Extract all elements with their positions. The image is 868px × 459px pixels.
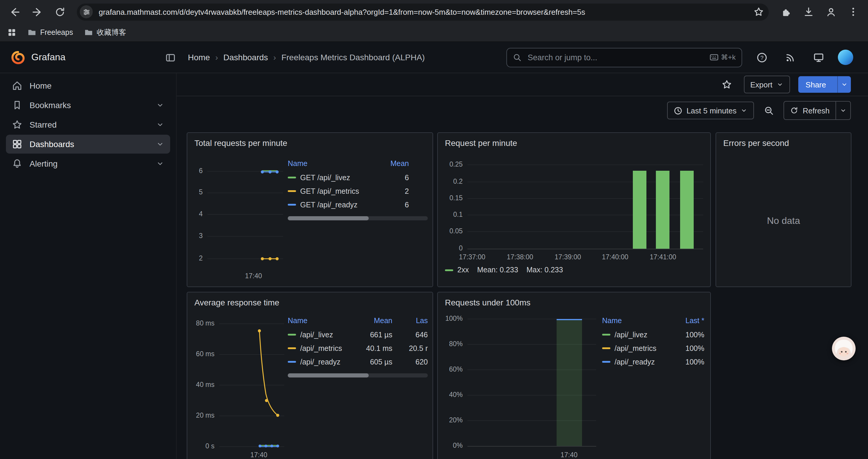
series-toggle[interactable]: /api/_livez (602, 330, 674, 339)
legend-row: GET /api/_metrics 2 (288, 184, 409, 198)
chevron-down-icon[interactable] (156, 160, 164, 168)
legend-scrollbar[interactable] (288, 216, 428, 220)
breadcrumb-dashboards[interactable]: Dashboards (223, 53, 268, 62)
search-box[interactable]: ⌘+k (506, 47, 742, 67)
series-toggle[interactable]: GET /api/_livez (288, 173, 380, 182)
zoom-out-button[interactable] (760, 102, 778, 119)
sidebar-item-starred[interactable]: Starred (6, 115, 170, 134)
forward-button[interactable] (28, 3, 46, 21)
export-button[interactable]: Export (744, 76, 790, 93)
display-button[interactable] (809, 48, 827, 66)
sidebar-item-dashboards[interactable]: Dashboards (6, 135, 170, 154)
x-tick: 17:40 (551, 451, 587, 458)
series-toggle[interactable]: /api/_livez (288, 330, 359, 339)
share-button[interactable]: Share (799, 76, 851, 93)
share-menu-button[interactable] (837, 76, 851, 93)
series-toggle[interactable]: /api/_metrics (602, 344, 674, 352)
legend-row: /api/_livez 661 µs 646 (288, 328, 428, 341)
omnibox[interactable] (77, 3, 769, 21)
scrollbar-thumb[interactable] (288, 216, 369, 220)
profile-button[interactable] (822, 3, 840, 21)
legend-row: /api/_metrics 40.1 ms 20.5 r (288, 341, 428, 355)
y-tick: 80 ms (188, 320, 215, 327)
legend-value: 20.5 r (392, 344, 428, 352)
legend-col-name[interactable]: Name (288, 317, 359, 325)
y-tick: 40% (439, 391, 463, 398)
reload-icon (54, 6, 65, 18)
series-toggle[interactable]: GET /api/_readyz (288, 201, 380, 209)
apps-grid-button[interactable] (7, 28, 17, 37)
x-tick: 17:40 (242, 272, 265, 280)
bookmark-folder-blogs[interactable]: 收藏博客 (84, 28, 126, 37)
chevron-down-icon[interactable] (156, 140, 164, 148)
time-range-picker[interactable]: Last 5 minutes (667, 102, 754, 119)
sidebar-item-label: Home (30, 81, 164, 90)
favorite-dashboard-button[interactable] (718, 76, 735, 93)
breadcrumb-home[interactable]: Home (188, 53, 210, 62)
grafana-logo[interactable] (11, 50, 25, 65)
no-data-message: No data (716, 216, 851, 226)
legend-col-mean[interactable]: Mean (380, 160, 409, 168)
sidebar-item-home[interactable]: Home (6, 76, 170, 95)
legend-col-mean[interactable]: Mean (359, 317, 392, 325)
legend-value: 100% (674, 358, 704, 366)
series-toggle[interactable]: /api/_metrics (288, 344, 359, 352)
legend-col-last[interactable]: Last * (674, 317, 704, 325)
chevron-down-icon (841, 81, 848, 88)
back-icon (9, 6, 21, 18)
sidebar-item-alerting[interactable]: Alerting (6, 154, 170, 173)
y-tick: 6 (187, 167, 203, 174)
apps-grid-icon (7, 28, 17, 37)
reload-button[interactable] (51, 3, 68, 21)
dock-sidebar-button[interactable] (165, 52, 176, 63)
dashboard-subheader: Export Share (177, 73, 868, 96)
help-button[interactable]: ? (753, 48, 771, 66)
scrollbar-thumb[interactable] (288, 373, 369, 378)
refresh-interval-button[interactable] (836, 102, 850, 119)
url-input[interactable] (97, 7, 753, 17)
profile-icon (825, 6, 836, 18)
series-swatch (288, 190, 296, 192)
breadcrumb-separator: › (215, 53, 218, 62)
series-toggle[interactable]: GET /api/_metrics (288, 187, 380, 195)
search-input[interactable] (526, 52, 705, 62)
chevron-down-icon[interactable] (156, 101, 164, 109)
bookmarks-bar: Freeleaps 收藏博客 (0, 24, 868, 42)
sidebar-nav: Home Bookmarks Starred Dashboards (0, 73, 177, 459)
legend-scrollbar[interactable] (288, 373, 428, 378)
back-button[interactable] (6, 3, 24, 21)
panel-total-requests: Total requests per minute 6 5 4 (187, 132, 433, 287)
browser-menu-button[interactable] (844, 3, 862, 21)
y-tick: 0.2 (439, 178, 463, 185)
bookmark-star-button[interactable] (753, 6, 764, 17)
panel-title[interactable]: Errors per second (723, 138, 789, 148)
series-toggle[interactable]: 2xx (445, 266, 469, 274)
downloads-button[interactable] (800, 3, 817, 21)
legend-col-last[interactable]: Las (392, 317, 428, 325)
floating-avatar[interactable] (832, 337, 856, 360)
grafana-brand: Grafana (31, 52, 159, 63)
extensions-button[interactable] (777, 3, 795, 21)
panel-errors: Errors per second No data (716, 132, 851, 287)
user-avatar[interactable] (838, 50, 853, 65)
series-swatch (288, 204, 296, 205)
refresh-button[interactable]: Refresh (784, 102, 836, 119)
series-toggle[interactable]: /api/_readyz (288, 358, 359, 366)
clock-icon (674, 106, 682, 115)
series-swatch (602, 347, 610, 349)
news-button[interactable] (781, 48, 799, 66)
legend-table: Name Mean GET /api/_livez 6 GET /api/_me… (288, 157, 409, 211)
series-swatch (288, 361, 296, 363)
legend-value: 6 (380, 201, 409, 209)
legend-col-name[interactable]: Name (602, 317, 674, 325)
legend-value: 646 (392, 330, 428, 339)
series-toggle[interactable]: /api/_readyz (602, 358, 674, 366)
chevron-down-icon[interactable] (156, 121, 164, 129)
site-info-button[interactable] (80, 5, 93, 18)
help-icon: ? (756, 52, 767, 63)
sidebar-item-bookmarks[interactable]: Bookmarks (6, 96, 170, 114)
legend-max: Max: 0.233 (526, 266, 563, 274)
legend-col-name[interactable]: Name (288, 160, 380, 168)
bookmark-folder-freeleaps[interactable]: Freeleaps (27, 28, 73, 37)
legend-table: Name Last * /api/_livez 100% /api/_metri… (602, 314, 704, 369)
